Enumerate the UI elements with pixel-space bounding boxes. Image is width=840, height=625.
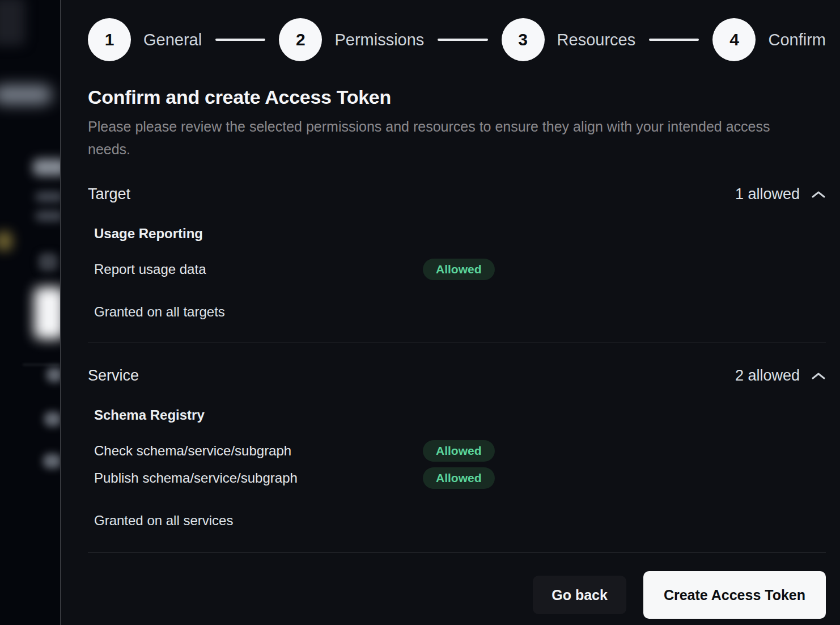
permission-row: Report usage data Allowed [94,259,826,280]
step-number-badge: 3 [502,18,545,61]
step-label: Resources [557,31,636,49]
section-target: Target 1 allowed Usage Reporting Report … [88,185,826,320]
allowed-count: 1 allowed [735,185,800,203]
permission-row: Publish schema/service/subgraph Allowed [94,467,826,489]
granted-note: Granted on all targets [94,304,826,320]
section-title: Target [88,185,130,203]
allowed-status-badge: Allowed [423,259,495,280]
step-permissions[interactable]: 2 Permissions [279,18,424,61]
permission-name: Report usage data [94,261,423,277]
section-target-body: Usage Reporting Report usage data Allowe… [88,226,826,320]
section-service-body: Schema Registry Check schema/service/sub… [88,407,826,529]
section-service: Service 2 allowed Schema Registry Check … [88,367,826,529]
section-target-header: Target 1 allowed [88,185,826,203]
step-connector [438,39,487,41]
granted-note: Granted on all services [94,513,826,529]
step-connector [215,39,265,41]
step-confirm[interactable]: 4 Confirm [712,18,826,61]
permission-group-title: Usage Reporting [94,226,826,242]
blurred-list-item [44,412,60,426]
permission-name: Check schema/service/subgraph [94,443,423,459]
blurred-divider [23,364,60,365]
section-service-header: Service 2 allowed [88,367,826,385]
section-title: Service [88,367,139,385]
page-title: Confirm and create Access Token [88,86,826,108]
allowed-status-badge: Allowed [423,440,495,462]
blurred-list-item [43,454,60,468]
create-access-token-modal: 1 General 2 Permissions 3 Resources 4 Co… [60,0,840,625]
section-service-collapse-toggle[interactable]: 2 allowed [735,367,826,385]
blurred-icon [39,253,58,271]
wizard-stepper: 1 General 2 Permissions 3 Resources 4 Co… [88,18,826,61]
modal-footer: Go back Create Access Token [88,571,826,619]
step-resources[interactable]: 3 Resources [502,18,636,61]
blurred-list-item [46,368,60,382]
step-number-badge: 1 [88,18,131,61]
allowed-count: 2 allowed [735,367,800,385]
permission-group-title: Schema Registry [94,407,826,423]
step-connector [649,39,699,41]
blurred-body-text [35,192,60,202]
permission-row: Check schema/service/subgraph Allowed [94,440,826,462]
footer-divider [88,552,826,553]
blurred-accent-shape [0,231,12,251]
go-back-button[interactable]: Go back [533,576,626,614]
blurred-logo [0,0,25,45]
section-divider [88,343,826,343]
step-general[interactable]: 1 General [88,18,202,61]
step-label: General [143,31,202,49]
background-page-blurred [0,0,60,625]
allowed-status-badge: Allowed [423,467,495,489]
step-number-badge: 4 [712,18,756,61]
blurred-heading-text [33,159,60,176]
chevron-up-icon [811,190,826,199]
step-label: Confirm [768,31,826,49]
permission-name: Publish schema/service/subgraph [94,470,423,486]
step-number-badge: 2 [279,18,322,61]
page-subtitle: Please please review the selected permis… [88,115,791,161]
blurred-body-text [35,211,60,221]
blurred-nav-item [0,85,52,104]
chevron-up-icon [811,371,826,381]
step-label: Permissions [334,31,424,49]
blurred-white-card [34,287,60,339]
create-access-token-button[interactable]: Create Access Token [643,571,826,619]
section-target-collapse-toggle[interactable]: 1 allowed [735,185,826,203]
